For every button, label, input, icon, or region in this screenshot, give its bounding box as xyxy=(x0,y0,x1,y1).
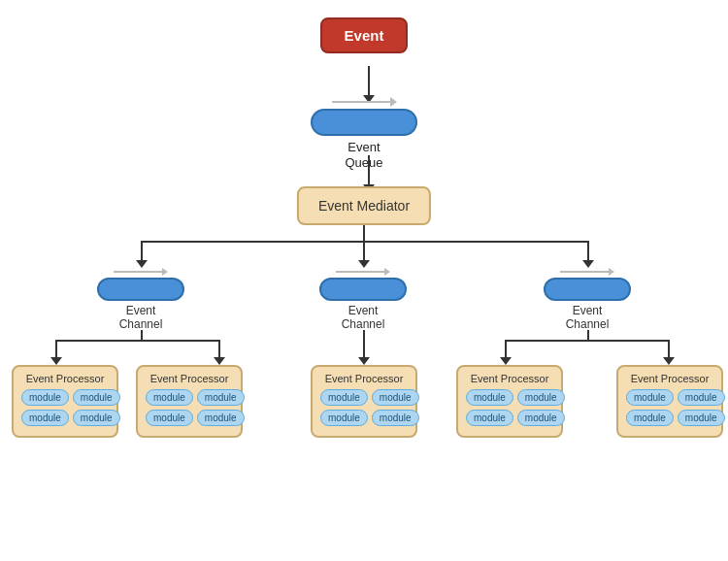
channel-right: EventChannel xyxy=(544,268,631,332)
module: module xyxy=(466,410,513,426)
module: module xyxy=(146,410,193,426)
left-proc1-arrow xyxy=(50,357,62,365)
center-proc-v xyxy=(363,330,365,359)
branch-v-center xyxy=(363,225,365,242)
module: module xyxy=(146,389,193,406)
module: module xyxy=(678,410,725,426)
module: module xyxy=(320,410,368,426)
processor-5-row2: module module xyxy=(626,410,725,426)
processor-2-title: Event Processor xyxy=(146,373,233,384)
processor-5: Event Processor module module module mod… xyxy=(616,365,723,438)
processor-1-title: Event Processor xyxy=(21,373,109,384)
processor-2-row1: module module xyxy=(146,389,245,406)
left-proc2-v xyxy=(218,340,220,359)
processor-4-row2: module module xyxy=(466,410,565,426)
processor-4: Event Processor module module module mod… xyxy=(456,365,563,438)
branch-v-right xyxy=(587,241,589,262)
channel-center: EventChannel xyxy=(319,268,407,332)
module: module xyxy=(517,410,565,426)
right-branch-v-connect xyxy=(587,330,589,341)
module: module xyxy=(21,410,69,426)
right-proc5-arrow xyxy=(663,357,675,365)
right-proc4-arrow xyxy=(500,357,512,365)
processor-5-title: Event Processor xyxy=(626,373,713,384)
module: module xyxy=(73,410,120,426)
processor-2: Event Processor module module module mod… xyxy=(136,365,243,438)
channel-left-bar xyxy=(97,278,184,301)
module: module xyxy=(372,410,419,426)
left-proc1-v xyxy=(55,340,57,359)
module: module xyxy=(21,389,69,406)
center-proc-arrow xyxy=(358,357,370,365)
channel-center-arrows xyxy=(336,268,390,276)
right-proc4-v xyxy=(505,340,507,359)
queue-bar xyxy=(311,109,417,136)
processor-3-row2: module module xyxy=(320,410,419,426)
module: module xyxy=(626,389,674,406)
left-branch-v-connect xyxy=(141,330,143,341)
queue-arrows xyxy=(332,97,397,107)
channel-center-bar xyxy=(319,278,407,301)
module: module xyxy=(73,389,120,406)
arrow-right-down xyxy=(582,260,594,268)
channel-right-label: EventChannel xyxy=(566,304,610,332)
channel-right-bar xyxy=(544,278,631,301)
channel-right-arrows xyxy=(560,268,614,276)
arrow-left-down xyxy=(136,260,148,268)
left-proc2-arrow xyxy=(214,357,225,365)
module: module xyxy=(678,389,725,406)
module: module xyxy=(320,389,368,406)
branch-v-mid xyxy=(363,241,365,262)
channel-center-label: EventChannel xyxy=(342,304,385,332)
processor-3-row1: module module xyxy=(320,389,419,406)
processor-3: Event Processor module module module mod… xyxy=(311,365,417,438)
diagram: Event EventQueue Event Mediator xyxy=(0,0,728,561)
right-proc5-v xyxy=(668,340,670,359)
arrow-mid-down xyxy=(358,260,370,268)
channel-left: EventChannel xyxy=(97,268,184,332)
processor-1-row2: module module xyxy=(21,410,120,426)
module: module xyxy=(372,389,419,406)
module: module xyxy=(517,389,565,406)
event-mediator: Event Mediator xyxy=(297,186,431,225)
processor-4-title: Event Processor xyxy=(466,373,553,384)
module: module xyxy=(197,389,245,406)
left-branch-h xyxy=(55,340,220,342)
channel-left-arrows xyxy=(114,268,168,276)
module: module xyxy=(197,410,245,426)
module: module xyxy=(466,389,513,406)
branch-v-left xyxy=(141,241,143,262)
event-label: Event xyxy=(345,27,384,44)
processor-2-row2: module module xyxy=(146,410,245,426)
processor-5-row1: module module xyxy=(626,389,725,406)
processor-1: Event Processor module module module mod… xyxy=(12,365,118,438)
mediator-label: Event Mediator xyxy=(318,198,410,214)
event-node: Event xyxy=(320,17,408,53)
channel-left-label: EventChannel xyxy=(119,304,163,332)
module: module xyxy=(626,410,674,426)
processor-4-row1: module module xyxy=(466,389,565,406)
processor-3-title: Event Processor xyxy=(320,373,408,384)
processor-1-row1: module module xyxy=(21,389,120,406)
